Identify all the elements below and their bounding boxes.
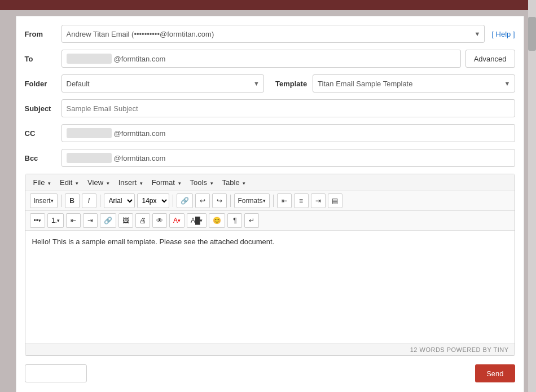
format-arrow-icon: ▾	[178, 180, 181, 186]
formats-button[interactable]: Formats ▾	[234, 193, 270, 208]
menu-view[interactable]: View ▾	[84, 177, 113, 188]
unordered-list-button[interactable]: •• ▾	[30, 213, 45, 228]
from-label: From	[25, 30, 61, 38]
ol-arrow-icon: ▾	[57, 218, 60, 223]
bg-color-arrow-icon: ▾	[200, 218, 203, 223]
print-button[interactable]: 🖨	[135, 213, 150, 228]
menu-insert[interactable]: Insert ▾	[115, 177, 146, 188]
align-left-button[interactable]: ⇤	[277, 193, 292, 208]
editor-footer: 12 WORDS POWERED BY TINY	[25, 343, 515, 355]
font-color-arrow-icon: ▾	[178, 218, 181, 223]
cc-masked	[67, 128, 112, 138]
view-arrow-icon: ▾	[107, 180, 109, 186]
insert-button[interactable]: Insert ▾	[30, 193, 58, 208]
template-label: Template	[275, 80, 307, 88]
bold-button[interactable]: B	[65, 193, 80, 208]
top-bar	[0, 0, 536, 10]
template-section: Template Titan Email Sample Template ▼	[275, 74, 515, 93]
ul-arrow-icon: ▾	[38, 218, 41, 223]
divider2	[100, 195, 100, 207]
bcc-label: Bcc	[25, 154, 61, 162]
editor-menubar: File ▾ Edit ▾ View ▾ Insert ▾ Format ▾ T…	[25, 174, 515, 191]
template-select-wrapper[interactable]: Titan Email Sample Template ▼	[313, 74, 515, 93]
template-select[interactable]: Titan Email Sample Template	[313, 74, 515, 93]
insert-arrow-icon: ▾	[51, 198, 54, 204]
folder-template-row: Folder Default ▼ Template Titan Email Sa…	[25, 74, 515, 93]
cc-label: CC	[25, 129, 61, 138]
indent-increase-button[interactable]: ⇥	[83, 213, 98, 228]
word-count: 12 WORDS POWERED BY TINY	[410, 346, 509, 353]
menu-format[interactable]: Format ▾	[148, 177, 184, 188]
to-input-wrap[interactable]: @formtitan.com	[61, 50, 461, 68]
folder-select-wrapper[interactable]: Default ▼	[61, 74, 265, 93]
menu-tools[interactable]: Tools ▾	[187, 177, 217, 188]
redo-button[interactable]: ↪	[212, 193, 227, 208]
preview-button[interactable]: 👁	[152, 213, 167, 228]
editor-content: Hello! This is a sample email template. …	[32, 237, 275, 246]
font-size-select[interactable]: 14px	[137, 193, 169, 208]
font-family-select[interactable]: Arial	[104, 193, 135, 208]
emoji-button[interactable]: 😊	[209, 213, 225, 228]
editor-container: File ▾ Edit ▾ View ▾ Insert ▾ Format ▾ T…	[25, 174, 515, 356]
to-label: To	[25, 55, 61, 63]
folder-section: Folder Default ▼	[25, 74, 265, 93]
table-arrow-icon: ▾	[243, 180, 245, 186]
to-domain: @formtitan.com	[114, 55, 166, 63]
from-select[interactable]: Andrew Titan Email (••••••••••@formtitan…	[61, 25, 485, 43]
folder-select[interactable]: Default	[61, 74, 265, 93]
from-select-wrapper[interactable]: Andrew Titan Email (••••••••••@formtitan…	[61, 25, 485, 43]
link-button[interactable]: 🔗	[177, 193, 193, 208]
help-link[interactable]: [ Help ]	[491, 30, 515, 38]
formats-arrow-icon: ▾	[263, 198, 266, 204]
bottom-left-input[interactable]	[25, 364, 87, 382]
bcc-row: Bcc @formtitan.com	[25, 149, 515, 167]
editor-toolbar-row2: •• ▾ 1. ▾ ⇤ ⇥ 🔗 🖼 🖨 👁 A ▾ A█ ▾ 😊 ¶ ↵	[25, 211, 515, 231]
cc-domain: @formtitan.com	[114, 129, 166, 138]
scrollbar-thumb[interactable]	[528, 17, 536, 51]
insert-link-button[interactable]: 🔗	[100, 213, 116, 228]
divider1	[61, 195, 61, 207]
menu-file[interactable]: File ▾	[30, 177, 55, 188]
cc-input-wrap[interactable]: @formtitan.com	[61, 124, 515, 142]
editor-toolbar-row1: Insert ▾ B I Arial 14px 🔗 ↩ ↪ Formats ▾ …	[25, 191, 515, 211]
divider5	[273, 195, 274, 207]
divider4	[230, 195, 231, 207]
align-center-button[interactable]: ≡	[294, 193, 309, 208]
bcc-input-wrap[interactable]: @formtitan.com	[61, 149, 515, 167]
divider3	[173, 195, 173, 207]
subject-label: Subject	[25, 104, 61, 113]
scrollbar[interactable]	[528, 0, 536, 392]
bcc-domain: @formtitan.com	[114, 154, 166, 162]
font-color-button[interactable]: A ▾	[169, 213, 184, 228]
to-masked	[67, 54, 112, 64]
folder-label: Folder	[25, 80, 61, 88]
subject-input[interactable]	[61, 99, 515, 117]
editor-body[interactable]: Hello! This is a sample email template. …	[25, 231, 515, 343]
menu-table[interactable]: Table ▾	[219, 177, 249, 188]
indent-decrease-button[interactable]: ⇤	[66, 213, 81, 228]
menu-edit[interactable]: Edit ▾	[56, 177, 82, 188]
show-blocks-button[interactable]: ¶	[227, 213, 242, 228]
undo-button[interactable]: ↩	[195, 193, 210, 208]
file-arrow-icon: ▾	[48, 180, 51, 186]
background-color-button[interactable]: A█ ▾	[187, 213, 207, 228]
show-nonprinting-button[interactable]: ↵	[244, 213, 259, 228]
ordered-list-button[interactable]: 1. ▾	[47, 213, 64, 228]
to-row: To @formtitan.com Advanced	[25, 50, 515, 68]
insert-arrow-icon: ▾	[140, 180, 143, 186]
tools-arrow-icon: ▾	[210, 180, 213, 186]
italic-button[interactable]: I	[82, 193, 96, 208]
align-justify-button[interactable]: ▤	[328, 193, 342, 208]
edit-arrow-icon: ▾	[76, 180, 78, 186]
send-button[interactable]: Send	[475, 364, 515, 382]
bottom-row: Send	[25, 362, 515, 385]
subject-row: Subject	[25, 99, 515, 117]
insert-image-button[interactable]: 🖼	[118, 213, 133, 228]
advanced-button[interactable]: Advanced	[465, 50, 515, 68]
bcc-masked	[67, 153, 112, 163]
from-row: From Andrew Titan Email (••••••••••@form…	[25, 25, 515, 43]
align-right-button[interactable]: ⇥	[311, 193, 326, 208]
cc-row: CC @formtitan.com	[25, 124, 515, 142]
